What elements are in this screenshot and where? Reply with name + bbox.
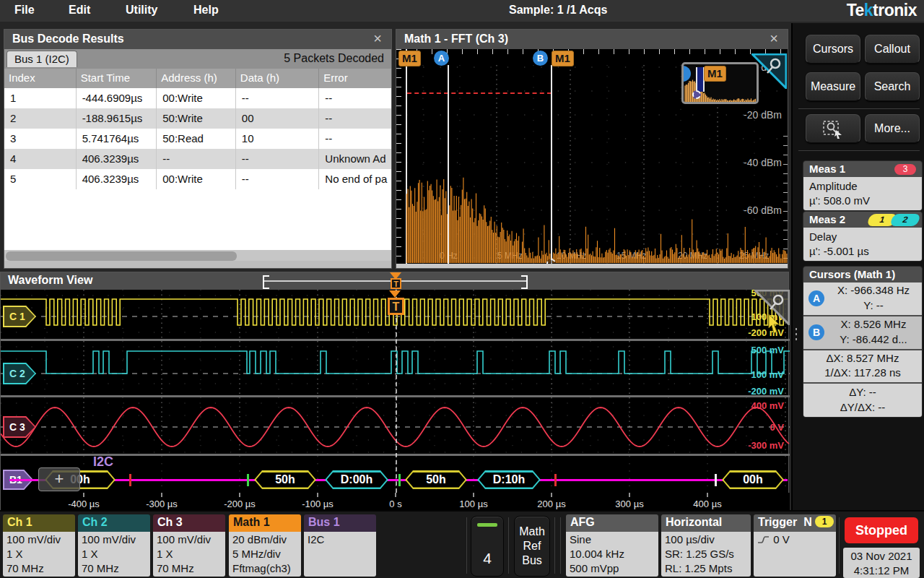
- fft-bottom-scrollbar[interactable]: [396, 264, 788, 268]
- trigger-flag-arrow[interactable]: [389, 290, 401, 298]
- table-row[interactable]: 5406.3239µs 00:Write-- No end of pa: [4, 169, 391, 189]
- tektronix-logo: Tektronix: [847, 1, 917, 20]
- cursor-a-readout: A X: -966.348 Hz Y: --: [803, 282, 922, 315]
- math1-settings-badge[interactable]: Math 1 20 dBm/div5 MHz/divFftmag(ch3): [229, 514, 301, 577]
- fft-overview-thumbnail[interactable]: M1: [681, 62, 759, 104]
- bus-decode-title: Bus Decode Results: [12, 33, 124, 46]
- search-button[interactable]: Search: [865, 72, 920, 101]
- afg-badge[interactable]: AFG Sine10.004 kHz500 mVpp: [566, 514, 658, 577]
- delta-y-readout: ΔY: -- ΔY/ΔX: --: [803, 382, 922, 417]
- menu-edit[interactable]: Edit: [69, 4, 90, 17]
- fft-ylabel: -20 dBm: [717, 109, 782, 121]
- scrollbar-thumb[interactable]: [6, 251, 237, 261]
- meas2-title: Meas 2: [809, 213, 845, 225]
- horizontal-badge[interactable]: Horizontal 100 µs/divSR: 1.25 GS/sRL: 1.…: [661, 514, 751, 577]
- meas1-badge-card[interactable]: Meas 1 3 Amplitude µ': 508.0 mV: [803, 160, 923, 211]
- fft-titlebar[interactable]: Math 1 - FFT (Ch 3) ×: [396, 30, 788, 49]
- thumbnail-zoom-handle[interactable]: [692, 90, 701, 99]
- waveform-titlebar[interactable]: Waveform View T: [1, 272, 788, 290]
- close-icon[interactable]: ×: [766, 30, 782, 47]
- m1-badge: M1: [704, 66, 726, 82]
- col-error[interactable]: Error: [319, 69, 391, 88]
- pan-bracket-left[interactable]: [263, 275, 269, 289]
- ch3-settings-badge[interactable]: Ch 3 100 mV/div1 X70 MHz: [153, 514, 225, 577]
- bus-packet[interactable]: D:00h: [325, 470, 388, 489]
- tab-bus1-i2c[interactable]: Bus 1 (I2C): [6, 51, 77, 67]
- bus-error-tick: [129, 474, 131, 486]
- packet-grab-handle[interactable]: +: [38, 467, 80, 491]
- ch1-settings-badge[interactable]: Ch 1 100 mV/div1 X70 MHz: [3, 514, 75, 577]
- fft-peak-marker-line: [407, 92, 552, 94]
- bus-protocol-label: I2C: [93, 454, 113, 470]
- bus-packet[interactable]: D:10h: [477, 470, 541, 489]
- col-address[interactable]: Address (h): [157, 69, 236, 88]
- c3-scale-top: 400 mV: [719, 400, 784, 411]
- col-data[interactable]: Data (h): [236, 69, 320, 88]
- delta-x-readout: ΔX: 8.527 MHz 1/ΔX: 117.28 ns: [803, 349, 922, 382]
- close-icon[interactable]: ×: [370, 30, 385, 47]
- axis-label: 200 µs: [537, 499, 565, 509]
- cursor-b-badge[interactable]: B: [533, 51, 548, 66]
- waveform-view-panel: Waveform View T T C 1 C 2 C 3 B1 500 mV …: [0, 272, 789, 510]
- m1-badge[interactable]: M1: [552, 51, 574, 66]
- bus-start-tick: [398, 474, 401, 486]
- add-channel4-button[interactable]: 4: [471, 516, 504, 577]
- cursor-b-line[interactable]: [551, 65, 552, 265]
- callout-button[interactable]: Callout: [865, 35, 920, 64]
- col-index[interactable]: Index: [4, 69, 77, 88]
- cursors-readout-card[interactable]: Cursors (Math 1) A X: -966.348 Hz Y: -- …: [803, 266, 923, 418]
- bus-error-tick: [554, 474, 557, 486]
- bus-packet[interactable]: 00h: [722, 470, 784, 489]
- table-row[interactable]: 2-188.9615µs 50:Write00 --: [4, 108, 391, 129]
- datetime-display[interactable]: 03 Nov 2021 4:31:12 PM: [843, 548, 920, 578]
- measure-button[interactable]: Measure: [806, 72, 860, 101]
- meas2-badge-card[interactable]: Meas 2 12 Delay µ': -5.001 µs: [803, 211, 923, 262]
- cursor-b-readout: B X: 8.526 MHz Y: -86.442 d...: [803, 315, 922, 349]
- bus-packet[interactable]: 50h: [254, 470, 316, 489]
- c3-scale-mid: 0 V: [719, 422, 784, 433]
- run-stop-status-button[interactable]: Stopped: [845, 517, 918, 543]
- bus-start-tick: [247, 474, 249, 486]
- more-button[interactable]: More...: [865, 114, 920, 143]
- ch4-color-bar: [477, 523, 497, 527]
- menu-help[interactable]: Help: [193, 4, 219, 17]
- cursors-button[interactable]: Cursors: [806, 35, 860, 64]
- zoom-select-button[interactable]: [806, 114, 860, 143]
- bus-packet[interactable]: 50h: [405, 470, 467, 489]
- meas2-value: µ': -5.001 µs: [809, 244, 916, 259]
- menu-file[interactable]: File: [14, 4, 35, 17]
- cursors-title: Cursors (Math 1): [809, 268, 895, 280]
- zoom-corner-icon[interactable]: [751, 53, 787, 89]
- m1-badge[interactable]: M1: [398, 51, 421, 66]
- fft-plot-area[interactable]: 0 Hz 5 MHz 10 MHz 15 MHz 20 MHz 25 MHz M…: [396, 49, 788, 265]
- cursor-a-line[interactable]: [448, 65, 449, 265]
- bus1-settings-badge[interactable]: Bus 1 I2C: [304, 514, 376, 577]
- trigger-flag[interactable]: T: [388, 298, 404, 315]
- inv-delta-x: 1/ΔX: 117.28 ns: [808, 366, 918, 379]
- table-row[interactable]: 35.741764µs 50:Read10 --: [4, 129, 391, 149]
- menu-utility[interactable]: Utility: [126, 4, 157, 17]
- axis-label: 400 µs: [693, 499, 721, 509]
- panel-drag-handle[interactable]: [794, 327, 798, 342]
- add-math-ref-bus-button[interactable]: MathRefBus: [514, 516, 550, 577]
- table-row[interactable]: 1-444.6909µs 00:Write-- --: [4, 88, 391, 108]
- table-row[interactable]: 4406.3239µs ---- Unknown Ad: [4, 149, 391, 169]
- cursor-a-badge[interactable]: A: [434, 51, 449, 66]
- axis-label: -400 µs: [68, 499, 100, 509]
- axis-label: -300 µs: [146, 499, 178, 509]
- c2-scale-mid: 100 mV: [719, 369, 784, 380]
- date-text: 03 Nov 2021: [843, 549, 920, 564]
- trigger-source-badge: 1: [815, 516, 834, 527]
- trigger-position-line: [396, 290, 397, 493]
- ch2-settings-badge[interactable]: Ch 2 100 mV/div1 X70 MHz: [78, 514, 150, 577]
- col-start-time[interactable]: Start Time: [77, 69, 157, 88]
- trigger-badge[interactable]: Trigger N 1 0 V: [754, 514, 836, 577]
- c2-scale-top: 500 mV: [719, 345, 784, 355]
- pan-bracket-right[interactable]: [521, 275, 528, 289]
- trigger-marker-mini[interactable]: T: [391, 278, 401, 289]
- axis-label: -200 µs: [224, 499, 256, 509]
- rising-edge-icon: [757, 535, 770, 545]
- bus-decode-titlebar[interactable]: Bus Decode Results ×: [4, 30, 391, 49]
- meas1-title: Meas 1: [809, 163, 845, 175]
- acquisition-status: Sample: 1 /1 Acqs: [509, 4, 607, 17]
